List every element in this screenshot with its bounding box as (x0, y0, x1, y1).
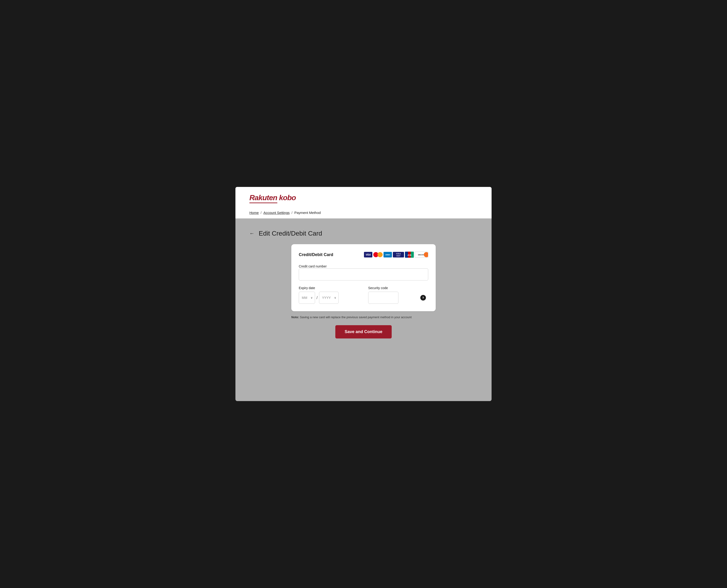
breadcrumb: Home / Account Settings / Payment Method (249, 207, 478, 218)
mastercard-logo-icon (373, 252, 382, 258)
svg-text:JCB: JCB (407, 254, 412, 256)
discover-logo-icon: DISCOVER (415, 252, 428, 258)
mc-right-circle (377, 252, 382, 257)
breadcrumb-sep-1: / (261, 211, 262, 215)
note-bold: Note: (291, 315, 299, 319)
save-continue-button[interactable]: Save and Continue (335, 325, 392, 338)
expiry-year-wrapper: YYYY 202420252026 202720282029 203020312… (319, 292, 338, 304)
amex-logo-icon: AMEX (383, 252, 392, 257)
expiry-group: Expiry date MM 010203 040506 070809 1011… (299, 286, 359, 304)
logo-text[interactable]: Rakuten kobo (249, 193, 478, 202)
jcb-svg: JCB (405, 252, 414, 258)
note-body: Saving a new card will replace the previ… (299, 315, 412, 319)
page-title: Edit Credit/Debit Card (259, 230, 322, 237)
card-form-container: Credit/Debit Card VISA AMEX VI (291, 244, 436, 311)
breadcrumb-home[interactable]: Home (249, 211, 259, 215)
security-code-input[interactable] (368, 292, 398, 304)
jcb-logo-icon: JCB (405, 252, 414, 258)
header-bar: Rakuten kobo Home / Account Settings / P… (235, 187, 492, 218)
page-header-row: ← Edit Credit/Debit Card (249, 230, 322, 237)
expiry-inputs: MM 010203 040506 070809 101112 / (299, 292, 359, 304)
window-frame: Rakuten kobo Home / Account Settings / P… (235, 187, 492, 401)
security-group: Security code ? (368, 286, 428, 304)
card-logos: VISA AMEX VISA DEBIT (364, 252, 428, 258)
card-form-header: Credit/Debit Card VISA AMEX VI (299, 252, 428, 258)
logo-underline (249, 203, 277, 203)
card-form-title: Credit/Debit Card (299, 252, 333, 257)
credit-card-number-input[interactable] (299, 268, 428, 280)
expiry-slash: / (316, 295, 318, 300)
discover-circle (424, 252, 428, 257)
credit-card-number-group: Credit card number (299, 264, 428, 280)
breadcrumb-current: Payment Method (294, 211, 321, 215)
form-section: Credit/Debit Card VISA AMEX VI (289, 244, 438, 338)
expiry-year-select[interactable]: YYYY 202420252026 202720282029 203020312… (319, 292, 338, 304)
security-label: Security code (368, 286, 428, 290)
expiry-month-select[interactable]: MM 010203 040506 070809 101112 (299, 292, 315, 304)
back-arrow-icon[interactable]: ← (249, 230, 254, 236)
visa-logo-icon: VISA (364, 252, 372, 257)
security-help-icon[interactable]: ? (420, 295, 426, 300)
breadcrumb-sep-2: / (292, 211, 292, 215)
logo: Rakuten kobo (249, 193, 478, 203)
breadcrumb-account-settings[interactable]: Account Settings (263, 211, 290, 215)
main-content: ← Edit Credit/Debit Card Credit/Debit Ca… (235, 218, 492, 350)
expiry-security-row: Expiry date MM 010203 040506 070809 1011… (299, 286, 428, 304)
security-input-wrapper: ? (368, 292, 428, 304)
visa-debit-logo-icon: VISA DEBIT (393, 252, 404, 257)
note-text: Note: Saving a new card will replace the… (291, 315, 436, 320)
expiry-label: Expiry date (299, 286, 359, 290)
credit-card-number-label: Credit card number (299, 265, 327, 268)
expiry-month-wrapper: MM 010203 040506 070809 101112 (299, 292, 315, 304)
